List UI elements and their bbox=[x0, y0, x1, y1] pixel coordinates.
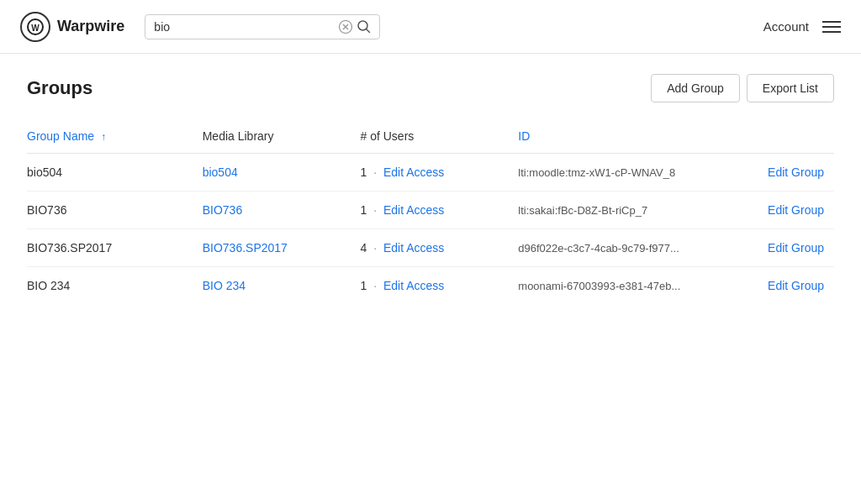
search-bar[interactable] bbox=[145, 14, 380, 39]
separator: · bbox=[373, 279, 377, 292]
edit-access-link[interactable]: Edit Access bbox=[383, 279, 444, 292]
cell-media-library: BIO 234 bbox=[203, 267, 361, 305]
cell-media-library: BIO736 bbox=[203, 192, 361, 229]
page-header: Groups Add Group Export List bbox=[27, 74, 834, 102]
cell-id: lti:moodle:tmz-xW1-cP-WNAV_8 bbox=[518, 154, 746, 192]
media-library-link[interactable]: BIO 234 bbox=[203, 279, 246, 292]
edit-access-link[interactable]: Edit Access bbox=[383, 203, 444, 217]
logo-area: W Warpwire bbox=[20, 12, 124, 42]
col-header-num-users: # of Users bbox=[361, 123, 519, 154]
cell-edit-group: Edit Group bbox=[747, 229, 834, 267]
add-group-button[interactable]: Add Group bbox=[651, 74, 740, 102]
table-body: bio504 bio504 1 · Edit Access lti:moodle… bbox=[27, 154, 834, 305]
separator: · bbox=[373, 241, 377, 255]
col-header-media-library: Media Library bbox=[203, 123, 361, 154]
media-library-link[interactable]: BIO736.SP2017 bbox=[203, 241, 288, 255]
cell-num-users: 1 · Edit Access bbox=[361, 154, 519, 192]
table-header: Group Name ↑ Media Library # of Users ID bbox=[27, 123, 834, 154]
edit-access-link[interactable]: Edit Access bbox=[383, 165, 444, 179]
cell-group-name: BIO 234 bbox=[27, 267, 203, 305]
search-input[interactable] bbox=[154, 20, 334, 34]
cell-edit-group: Edit Group bbox=[747, 154, 834, 192]
col-header-action bbox=[747, 123, 834, 154]
cell-id: lti:sakai:fBc-D8Z-Bt-riCp_7 bbox=[518, 192, 746, 229]
header-right: Account bbox=[763, 19, 841, 34]
cell-media-library: BIO736.SP2017 bbox=[203, 229, 361, 267]
svg-line-6 bbox=[367, 29, 370, 32]
media-library-link[interactable]: bio504 bbox=[203, 165, 238, 179]
cell-media-library: bio504 bbox=[203, 154, 361, 192]
edit-group-link[interactable]: Edit Group bbox=[768, 279, 824, 292]
col-header-group-name: Group Name ↑ bbox=[27, 123, 203, 154]
table-row: BIO 234 BIO 234 1 · Edit Access moonami-… bbox=[27, 267, 834, 305]
header: W Warpwire Account bbox=[0, 0, 861, 54]
edit-access-link[interactable]: Edit Access bbox=[383, 241, 444, 255]
svg-text:W: W bbox=[31, 23, 40, 32]
export-list-button[interactable]: Export List bbox=[747, 74, 834, 102]
groups-table: Group Name ↑ Media Library # of Users ID bbox=[27, 123, 834, 304]
logo-icon: W bbox=[20, 12, 50, 42]
cell-id: moonami-67003993-e381-47eb... bbox=[518, 267, 746, 305]
clear-icon[interactable] bbox=[339, 20, 352, 34]
cell-edit-group: Edit Group bbox=[747, 267, 834, 305]
logo-text: Warpwire bbox=[57, 18, 124, 35]
table-row: BIO736.SP2017 BIO736.SP2017 4 · Edit Acc… bbox=[27, 229, 834, 267]
cell-edit-group: Edit Group bbox=[747, 192, 834, 229]
edit-group-link[interactable]: Edit Group bbox=[768, 241, 824, 255]
main-content: Groups Add Group Export List Group Name … bbox=[0, 54, 861, 324]
edit-group-link[interactable]: Edit Group bbox=[768, 165, 824, 179]
cell-num-users: 1 · Edit Access bbox=[361, 267, 519, 305]
search-icon[interactable] bbox=[357, 20, 371, 34]
hamburger-menu-icon[interactable] bbox=[822, 21, 841, 33]
edit-group-link[interactable]: Edit Group bbox=[768, 203, 824, 217]
media-library-link[interactable]: BIO736 bbox=[203, 203, 242, 217]
cell-num-users: 1 · Edit Access bbox=[361, 192, 519, 229]
cell-id: d96f022e-c3c7-4cab-9c79-f977... bbox=[518, 229, 746, 267]
sort-arrow-icon: ↑ bbox=[101, 131, 106, 143]
cell-num-users: 4 · Edit Access bbox=[361, 229, 519, 267]
cell-group-name: BIO736 bbox=[27, 192, 203, 229]
id-sort-link[interactable]: ID bbox=[518, 129, 530, 143]
table-row: bio504 bio504 1 · Edit Access lti:moodle… bbox=[27, 154, 834, 192]
cell-group-name: BIO736.SP2017 bbox=[27, 229, 203, 267]
account-link[interactable]: Account bbox=[763, 19, 809, 34]
separator: · bbox=[373, 203, 377, 217]
action-buttons: Add Group Export List bbox=[651, 74, 834, 102]
separator: · bbox=[373, 165, 377, 179]
col-header-id: ID bbox=[518, 123, 746, 154]
group-name-sort-link[interactable]: Group Name ↑ bbox=[27, 129, 106, 143]
cell-group-name: bio504 bbox=[27, 154, 203, 192]
page-title: Groups bbox=[27, 77, 92, 99]
table-row: BIO736 BIO736 1 · Edit Access lti:sakai:… bbox=[27, 192, 834, 229]
